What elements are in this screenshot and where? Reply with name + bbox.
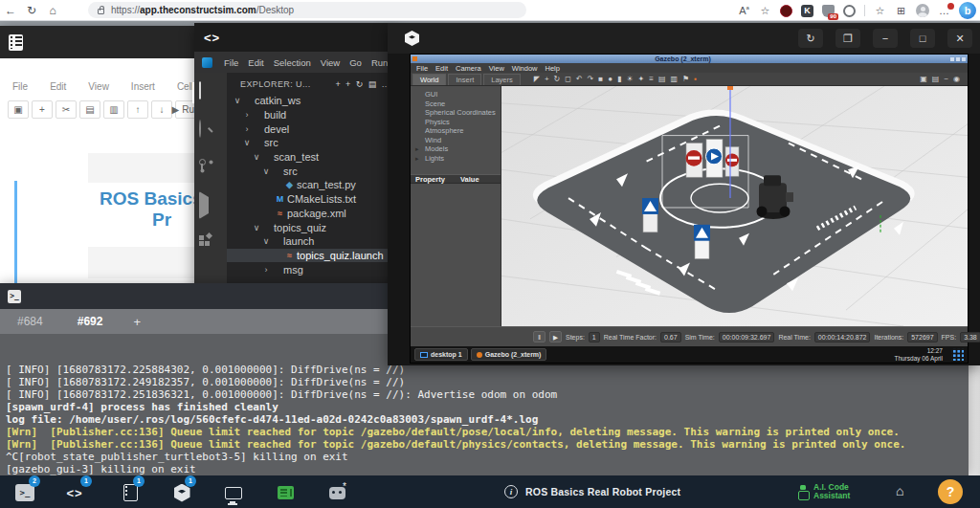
popout-button[interactable]: ❐ [835,29,860,48]
notebook-menu-item[interactable]: View [88,81,109,92]
gazebo-titlebar[interactable]: ↻ ❐ − □ ✕ [388,23,980,54]
vscode-menu-item[interactable]: View [321,57,340,68]
read-aloud-icon[interactable]: Aa [738,5,750,16]
notebook-menu-item[interactable]: Edit [50,81,66,92]
world-tree-item[interactable]: ▸Lights [411,154,501,164]
gazebo-menu-item[interactable]: Edit [435,64,448,73]
xterm-maximize-icon[interactable] [956,57,960,61]
vscode-menu-item[interactable]: Edit [248,57,263,68]
vscode-menu-item[interactable]: Selection [274,57,311,68]
world-tree-item[interactable]: Spherical Coordinates [411,108,501,118]
screenshot-icon[interactable]: ▣ [920,75,927,83]
xterm-close-icon[interactable] [962,57,966,61]
pause-button[interactable]: ‖ [533,331,546,342]
tree-item[interactable]: ≈package.xml [227,207,394,221]
extension-red-icon[interactable] [780,5,792,17]
tree-item[interactable]: ∨catkin_ws [227,94,394,108]
tree-item[interactable]: ›msg [227,262,394,276]
copy-cell-button[interactable]: ▤ [79,100,100,119]
taskbar-course-button[interactable] [274,482,297,503]
paste-cell-button[interactable]: ▥ [103,100,124,119]
vscode-menu-item[interactable]: Go [349,57,362,68]
cut-cell-button[interactable]: ✂ [56,100,77,119]
gazebo-menu-item[interactable]: View [489,64,504,73]
scale-icon[interactable]: ◻ [565,75,571,83]
site-settings-icon[interactable]: ☆ [759,5,771,17]
terminal-tab[interactable]: #684 [0,309,60,334]
video-record-icon[interactable]: ◉ [953,75,960,83]
run-cell-button[interactable]: ▶Run [175,100,194,119]
address-bar[interactable]: https://app.theconstructsim.com/Desktop [88,2,526,18]
gazebo-panel-tab[interactable]: Insert [448,74,481,85]
undo-icon[interactable]: ↶ [576,75,583,83]
notebook-menu-item[interactable]: Cell [177,81,193,92]
taskbar-desktop-button[interactable] [222,482,245,503]
home-icon[interactable]: ⌂ [42,4,63,17]
tree-item[interactable]: ›build [227,108,394,122]
snap-icon[interactable]: ⚑ [682,75,689,83]
add-cell-button[interactable]: + [32,100,53,119]
terminal-tab[interactable]: #692 [60,309,121,334]
collapse-folders-icon[interactable]: ▤ [368,79,377,89]
copy-icon[interactable]: ▤ [658,75,666,83]
tree-item[interactable]: ›devel [227,121,394,136]
run-debug-activity-icon[interactable] [199,197,222,218]
more-menu-icon[interactable]: … [938,5,950,16]
home-button[interactable]: ⌂ [896,483,903,498]
select-icon[interactable]: ◤ [534,75,540,83]
world-tree-item[interactable]: GUI [411,90,501,99]
page-scrollbar[interactable] [969,365,980,475]
gazebo-menu-item[interactable]: File [416,64,428,73]
close-button[interactable]: ✕ [947,29,972,48]
tree-item[interactable]: ∨src [227,136,394,150]
new-file-icon[interactable]: + [335,79,341,89]
extension-circle-icon[interactable] [843,5,856,17]
gazebo-panel-tab[interactable]: Layers [483,74,521,85]
tree-item[interactable]: ∨scan_test [227,150,394,165]
insert-marker-icon[interactable]: ▪ [694,75,697,83]
gazebo-viewport[interactable] [501,86,968,326]
search-activity-icon[interactable] [199,121,222,142]
vscode-menu-item[interactable]: Run [371,57,388,68]
project-info[interactable]: i ROS Basics Real Robot Project [504,475,680,508]
minimize-button[interactable]: − [873,29,898,48]
point-light-icon[interactable]: ☀ [626,75,633,83]
tree-item[interactable]: ∨topics_quiz [227,220,394,234]
tree-item[interactable]: ∨launch [227,234,394,249]
spot-light-icon[interactable]: ✦ [638,75,645,83]
sphere-icon[interactable]: ● [608,75,612,83]
bing-chat-icon[interactable]: b [959,2,976,19]
vscode-menu-item[interactable]: File [224,57,238,68]
gazebo-menu-item[interactable]: Help [546,64,560,73]
profile-avatar[interactable] [916,4,929,17]
paste-icon[interactable]: ▥ [671,75,679,83]
notebook-menu-item[interactable]: Insert [131,81,155,92]
world-tree-item[interactable]: Physics [411,118,501,127]
collections-icon[interactable]: ⊞ [895,5,907,17]
world-tree-item[interactable]: Atmosphere [411,126,501,136]
favorites-icon[interactable]: ☆ [874,5,886,17]
move-cell-down-button[interactable]: ↓ [151,100,172,119]
step-button[interactable]: ▶ [549,331,562,342]
desktop-taskbar-button[interactable]: desktop 1 [414,348,468,361]
taskbar-robot-button[interactable]: * [325,482,348,503]
steps-value[interactable]: 1 [589,332,600,342]
reload-icon[interactable]: ↻ [21,4,42,17]
save-button[interactable]: ▣ [8,100,29,119]
ai-code-assistant-button[interactable]: A.I. CodeAssistant [797,475,850,508]
refresh-explorer-icon[interactable]: ↻ [356,79,364,89]
help-button[interactable]: ? [938,479,963,504]
new-folder-icon[interactable]: + [345,79,351,89]
notebook-titlebar[interactable] [0,26,194,58]
box-icon[interactable]: ■ [598,75,603,83]
workspace-grid-icon[interactable] [951,348,964,361]
tree-item[interactable]: ∨src [227,164,394,178]
translate-icon[interactable]: + [545,75,549,83]
explorer-activity-icon[interactable] [199,82,222,103]
tree-item[interactable]: MCMakeLists.txt [227,192,394,207]
plot-icon[interactable]: ~ [944,75,948,83]
log-record-icon[interactable]: ▤ [932,75,940,83]
world-tree-item[interactable]: ▸Models [411,144,501,154]
back-icon[interactable]: ← [0,4,21,17]
directional-light-icon[interactable]: ≡ [649,75,654,83]
